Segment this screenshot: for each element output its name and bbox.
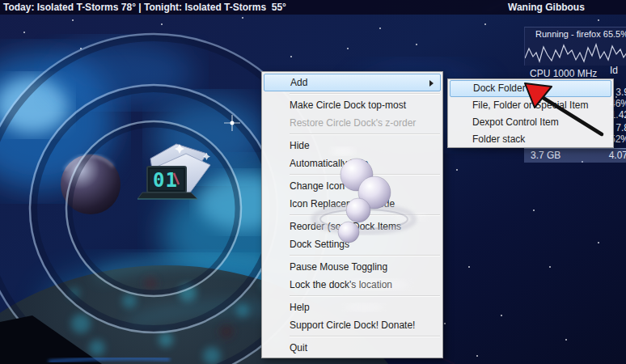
folder-number-label: 01: [153, 169, 178, 192]
menu-item-help[interactable]: Help: [262, 298, 442, 316]
cpu-graph-panel: Running - firefox 65.5%: [524, 27, 626, 66]
menu-separator: [290, 133, 440, 135]
add-submenu: Dock FolderFile, Folder or Special ItemD…: [447, 78, 614, 148]
submenu-item-file-folder-or-special-item[interactable]: File, Folder or Special Item: [448, 97, 613, 114]
menu-item-quit[interactable]: Quit: [262, 339, 442, 357]
menu-separator: [290, 214, 440, 216]
menu-item-add[interactable]: Add: [264, 74, 441, 91]
desktop-folder-icon[interactable]: 01: [137, 134, 212, 205]
desktop-screen: Today: Isolated T-Storms 78° | Tonight: …: [0, 0, 626, 364]
system-monitor-value: 3.9: [615, 87, 626, 98]
system-monitor-value: 7.8: [615, 122, 626, 133]
menu-separator: [290, 336, 440, 337]
menu-separator: [290, 174, 440, 176]
menu-item-pause-mouse-toggling[interactable]: Pause Mouse Toggling: [262, 258, 442, 276]
circle-dock-context-menu: AddMake Circle Dock top-mostRestore Circ…: [261, 71, 443, 358]
cpu-sparkline-path: [525, 44, 626, 61]
ram-row: 3.7 GB 4.07: [524, 148, 626, 163]
weather-text: Today: Isolated T-Storms 78° | Tonight: …: [3, 2, 286, 13]
moon-phase-text: Waning Gibbous: [508, 2, 585, 13]
cpu-graph-label: Running - firefox 65.5%: [535, 29, 626, 39]
menu-item-automatically-hide[interactable]: Automatically hide: [262, 154, 442, 172]
menu-item-hide[interactable]: Hide: [262, 137, 442, 154]
menu-separator: [290, 93, 440, 95]
cpu-sparkline: [525, 40, 626, 65]
menu-item-make-circle-dock-top-most[interactable]: Make Circle Dock top-most: [262, 96, 442, 114]
submenu-item-dock-folder[interactable]: Dock Folder: [450, 80, 611, 97]
menu-item-restore-circle-dock-s-z-order: Restore Circle Dock's z-order: [262, 114, 442, 132]
menu-item-icon-replacement-mode[interactable]: Icon Replacement Mode: [262, 195, 442, 213]
menu-item-reorder-sort-dock-items[interactable]: Reorder (sort) Dock Items: [262, 218, 442, 235]
laptop-base: [137, 193, 197, 199]
menu-item-dock-settings[interactable]: Dock Settings: [262, 235, 442, 253]
cpu-frequency-label: CPU 1000 MHz: [530, 68, 597, 79]
menu-separator: [290, 255, 440, 256]
submenu-item-dexpot-control-item[interactable]: Dexpot Control Item: [448, 114, 613, 131]
top-info-bar: Today: Isolated T-Storms 78° | Tonight: …: [0, 0, 626, 15]
submenu-item-folder-stack[interactable]: Folder stack: [448, 131, 613, 148]
submenu-arrow-icon: [429, 80, 434, 87]
menu-item-lock-the-dock-s-location[interactable]: Lock the dock's location: [262, 276, 442, 294]
ram-used-label: 3.7 GB: [531, 149, 560, 163]
menu-separator: [290, 295, 440, 297]
menu-item-change-icon[interactable]: Change Icon: [262, 177, 442, 195]
ram-total-label: 4.07: [609, 149, 626, 163]
menu-item-support-circle-dock-donate[interactable]: Support Circle Dock! Donate!: [262, 316, 442, 334]
idle-label: Id: [610, 65, 618, 76]
